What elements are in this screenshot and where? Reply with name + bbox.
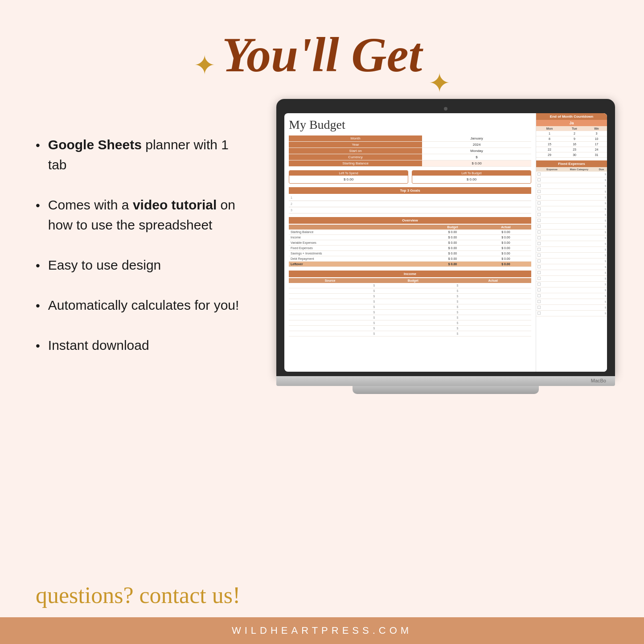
- table-row: Mon Tue We: [536, 126, 607, 131]
- checkbox-icon[interactable]: [537, 294, 541, 297]
- table-row: 1 2 3: [536, 131, 607, 136]
- footer-bar: WILDHEARTPRESS.COM: [0, 617, 644, 644]
- overview-label: Variable Expenses: [289, 240, 425, 245]
- table-row: $: [536, 200, 607, 206]
- goal-text: [295, 195, 531, 201]
- feature-item-4: • Automatically calculates for you!: [36, 295, 250, 315]
- bottom-section: questions? contact us! WILDHEARTPRESS.CO…: [0, 569, 644, 644]
- overview-label: Income: [289, 234, 425, 240]
- table-row: Starting Balance $ 0.00: [289, 160, 531, 166]
- checkbox-icon[interactable]: [537, 201, 541, 205]
- checkbox-icon[interactable]: [537, 207, 541, 210]
- overview-budget: $ 0.00: [425, 245, 480, 250]
- income-budget: $: [371, 325, 455, 331]
- overview-actual-leftover: $ 0.00: [480, 261, 531, 267]
- checkbox-icon[interactable]: [537, 288, 541, 291]
- overview-table: Budget Actual Starting Balance $ 0.00 $ …: [289, 225, 531, 267]
- checkbox-icon[interactable]: [537, 248, 541, 251]
- income-section: Income Source Budget Actual $$ $$: [289, 271, 531, 336]
- spend-budget-row: Left To Spend $ 0.00 Left To Budget $ 0.…: [289, 170, 531, 184]
- info-table: Month January Year 2024 Start on Monday: [289, 135, 531, 167]
- checkbox-icon[interactable]: [537, 213, 541, 216]
- calendar-day: 10: [586, 136, 607, 141]
- table-row: $$: [289, 315, 531, 320]
- bullet-3: •: [36, 257, 40, 274]
- calendar-day: 3: [586, 131, 607, 136]
- income-actual: $: [455, 325, 531, 331]
- checkbox-icon[interactable]: [537, 225, 541, 228]
- overview-actual: $ 0.00: [480, 234, 531, 240]
- income-table: Source Budget Actual $$ $$ $$ $$ $$: [289, 278, 531, 336]
- feature-item-2: • Comes with a video tutorial on how to …: [36, 195, 250, 235]
- checkbox-icon[interactable]: [537, 236, 541, 239]
- table-row: Year 2024: [289, 141, 531, 148]
- checkbox-icon[interactable]: [537, 219, 541, 222]
- overview-budget-leftover: $ 0.00: [425, 261, 480, 267]
- overview-label: Starting Balance: [289, 230, 425, 235]
- start-value: Monday: [422, 148, 531, 154]
- income-actual: $: [455, 320, 531, 325]
- checkbox-icon[interactable]: [537, 312, 541, 315]
- table-row: $$: [289, 304, 531, 309]
- income-actual: $: [455, 309, 531, 315]
- overview-actual: $ 0.00: [480, 250, 531, 256]
- overview-label: Debt Repayment: [289, 256, 425, 261]
- table-row: Starting Balance $ 0.00 $ 0.00: [289, 230, 531, 235]
- income-actual: $: [455, 288, 531, 293]
- table-row: Expense Main Category Due: [536, 167, 607, 172]
- checkbox-icon[interactable]: [537, 184, 541, 187]
- feature-item-1: • Google Sheets planner with 1 tab: [36, 135, 250, 175]
- income-source: [289, 299, 371, 304]
- checkbox-icon[interactable]: [537, 265, 541, 268]
- bullet-1: •: [36, 136, 40, 154]
- table-row: $$: [289, 309, 531, 315]
- income-actual: $: [455, 299, 531, 304]
- table-row: Fixed Expenses $ 0.00 $ 0.00: [289, 245, 531, 250]
- checkbox-icon[interactable]: [537, 300, 541, 303]
- fixed-expenses-table: Expense Main Category Due $ $ $ $ $: [536, 167, 607, 316]
- checkbox-icon[interactable]: [537, 277, 541, 280]
- goal-num: 3: [289, 207, 295, 213]
- laptop-container: My Budget Month January Year 2024: [276, 99, 615, 394]
- table-row: $: [536, 223, 607, 229]
- calendar-day: 30: [563, 152, 586, 157]
- checkbox-icon[interactable]: [537, 283, 541, 286]
- table-row: $: [536, 206, 607, 212]
- footer-text: WILDHEARTPRESS.COM: [232, 625, 412, 636]
- income-actual: $: [455, 315, 531, 320]
- income-source: [289, 325, 371, 331]
- income-actual: $: [455, 331, 531, 336]
- checkbox-icon[interactable]: [537, 190, 541, 193]
- income-source: [289, 309, 371, 315]
- header-section: ✦ You'll Get ✦: [0, 0, 644, 99]
- calendar-day: 29: [536, 152, 563, 157]
- table-row: 29 30 31: [536, 152, 607, 157]
- income-budget: $: [371, 299, 455, 304]
- income-budget: $: [371, 288, 455, 293]
- year-value: 2024: [422, 141, 531, 148]
- features-list: • Google Sheets planner with 1 tab • Com…: [36, 99, 250, 375]
- checkbox-icon[interactable]: [537, 254, 541, 257]
- checkbox-icon[interactable]: [537, 271, 541, 274]
- checkbox-icon[interactable]: [537, 196, 541, 199]
- goals-header: Top 3 Goals: [289, 187, 531, 194]
- checkbox-icon[interactable]: [537, 172, 541, 176]
- bullet-2: •: [36, 197, 40, 214]
- checkbox-icon[interactable]: [537, 242, 541, 245]
- checkbox-icon[interactable]: [537, 259, 541, 263]
- checkbox-icon[interactable]: [537, 230, 541, 234]
- overview-budget: $ 0.00: [425, 230, 480, 235]
- checkbox-icon[interactable]: [537, 178, 541, 181]
- goal-text: [295, 201, 531, 207]
- bullet-5: •: [36, 337, 40, 354]
- overview-label-leftover: Leftover: [289, 261, 425, 267]
- overview-header: Overview: [289, 217, 531, 224]
- checkbox-icon[interactable]: [537, 306, 541, 309]
- feature-text-5: Instant download: [48, 335, 149, 355]
- laptop-brand-label: MacBo: [591, 378, 606, 383]
- income-actual: $: [455, 283, 531, 288]
- left-to-budget-value: $ 0.00: [414, 177, 529, 181]
- currency-label: Currency: [289, 154, 422, 160]
- year-label: Year: [289, 141, 422, 148]
- day-header-mon: Mon: [536, 126, 563, 131]
